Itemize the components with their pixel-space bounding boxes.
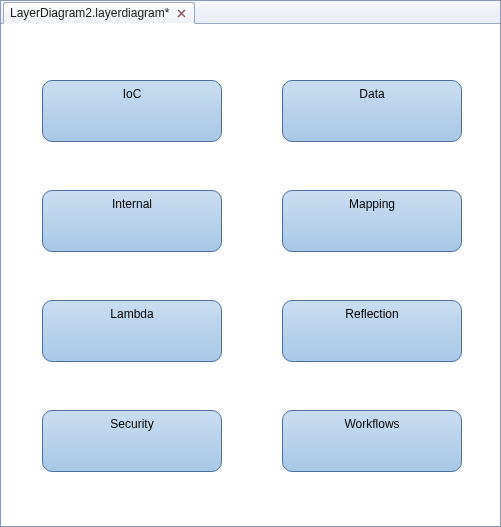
- layer-node-data[interactable]: Data: [282, 80, 462, 142]
- layer-node-label: Security: [110, 417, 153, 431]
- layer-node-reflection[interactable]: Reflection: [282, 300, 462, 362]
- layer-node-label: Internal: [112, 197, 152, 211]
- layer-node-label: Data: [359, 87, 384, 101]
- layer-node-lambda[interactable]: Lambda: [42, 300, 222, 362]
- layer-node-security[interactable]: Security: [42, 410, 222, 472]
- layer-node-label: IoC: [123, 87, 142, 101]
- diagram-canvas[interactable]: IoC Data Internal Mapping Lambda Reflect…: [2, 24, 499, 525]
- tab-bar: LayerDiagram2.layerdiagram*: [1, 1, 500, 24]
- layer-node-internal[interactable]: Internal: [42, 190, 222, 252]
- layer-node-label: Reflection: [345, 307, 398, 321]
- layer-node-ioc[interactable]: IoC: [42, 80, 222, 142]
- layer-node-workflows[interactable]: Workflows: [282, 410, 462, 472]
- editor-window: LayerDiagram2.layerdiagram* IoC Data Int…: [0, 0, 501, 527]
- document-tab-label: LayerDiagram2.layerdiagram*: [10, 6, 169, 20]
- layer-node-label: Workflows: [344, 417, 399, 431]
- layer-node-label: Mapping: [349, 197, 395, 211]
- close-icon[interactable]: [175, 7, 188, 20]
- layer-node-mapping[interactable]: Mapping: [282, 190, 462, 252]
- document-tab[interactable]: LayerDiagram2.layerdiagram*: [3, 2, 195, 24]
- layer-node-label: Lambda: [110, 307, 153, 321]
